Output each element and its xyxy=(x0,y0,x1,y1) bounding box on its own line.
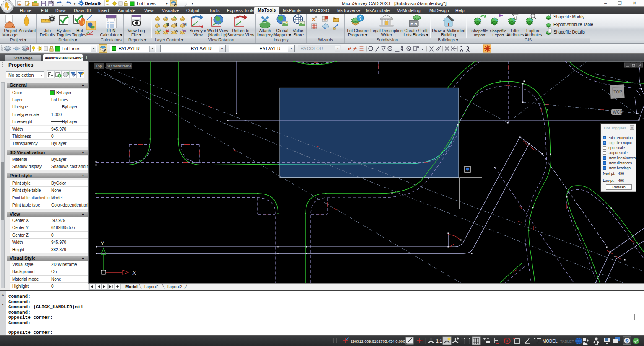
svg-text:B: B xyxy=(184,29,186,33)
svg-text:S: S xyxy=(167,23,169,26)
svg-text:TABLET: TABLET xyxy=(560,339,574,343)
svg-text:H H: H H xyxy=(410,22,417,26)
svg-text:WCS: WCS xyxy=(613,110,623,114)
svg-text:(North Up): (North Up) xyxy=(208,33,228,37)
svg-text:Toggles!: Toggles! xyxy=(72,33,87,37)
svg-text:Export: Export xyxy=(492,33,504,37)
svg-text:View: View xyxy=(193,33,203,37)
svg-text:Assistant: Assistant xyxy=(19,28,36,33)
svg-text:MODEL: MODEL xyxy=(543,339,558,343)
svg-text:Calculator ▾: Calculator ▾ xyxy=(100,33,122,37)
svg-text:Imagery: Imagery xyxy=(257,33,273,37)
svg-text:Default: Default xyxy=(85,1,101,6)
svg-text:Shapefile Modify: Shapefile Modify xyxy=(553,15,584,19)
svg-text:▾: ▾ xyxy=(74,2,75,6)
svg-text:2D Wireframe: 2D Wireframe xyxy=(107,64,132,68)
svg-text:Attributes: Attributes xyxy=(525,33,542,37)
svg-text:Writer: Writer xyxy=(381,33,392,37)
svg-text:Toggles: Toggles xyxy=(57,33,71,37)
svg-text:296312.609,6182765.434,0.000: 296312.609,6182765.434,0.000 xyxy=(351,339,405,343)
svg-text:Mapper ▾: Mapper ▾ xyxy=(273,33,291,37)
svg-text:Manager: Manager xyxy=(2,33,19,37)
svg-text:Y: Y xyxy=(101,240,104,246)
svg-text:File ▾: File ▾ xyxy=(131,33,141,37)
svg-text:TOP: TOP xyxy=(613,90,622,95)
svg-text:Store: Store xyxy=(293,33,304,37)
svg-text:▾: ▾ xyxy=(166,2,168,5)
svg-text:1:1: 1:1 xyxy=(436,339,442,343)
svg-text:Surveyor View: Surveyor View xyxy=(227,33,254,37)
svg-text:Shapefile Details: Shapefile Details xyxy=(553,30,585,34)
svg-text:▾: ▾ xyxy=(100,2,101,5)
svg-text:Building: Building xyxy=(441,33,456,37)
svg-text:Top: Top xyxy=(96,64,102,68)
svg-text:G: G xyxy=(175,29,178,33)
svg-text:Defaults: Defaults xyxy=(40,33,55,37)
svg-text:X: X xyxy=(132,270,136,276)
svg-text:P: P xyxy=(74,73,76,77)
svg-text:Import: Import xyxy=(474,33,486,37)
svg-text:M: M xyxy=(184,23,187,26)
svg-text:Lot Lines: Lot Lines xyxy=(137,1,156,6)
svg-text:S: S xyxy=(175,23,178,26)
svg-text:Attributes: Attributes xyxy=(506,33,524,37)
svg-text:?: ? xyxy=(359,15,362,21)
svg-text:Lots Blocks ▾: Lots Blocks ▾ xyxy=(404,33,428,37)
svg-text:Program ▾: Program ▾ xyxy=(348,33,367,37)
svg-text:Export Attribute Table: Export Attribute Table xyxy=(553,22,593,27)
